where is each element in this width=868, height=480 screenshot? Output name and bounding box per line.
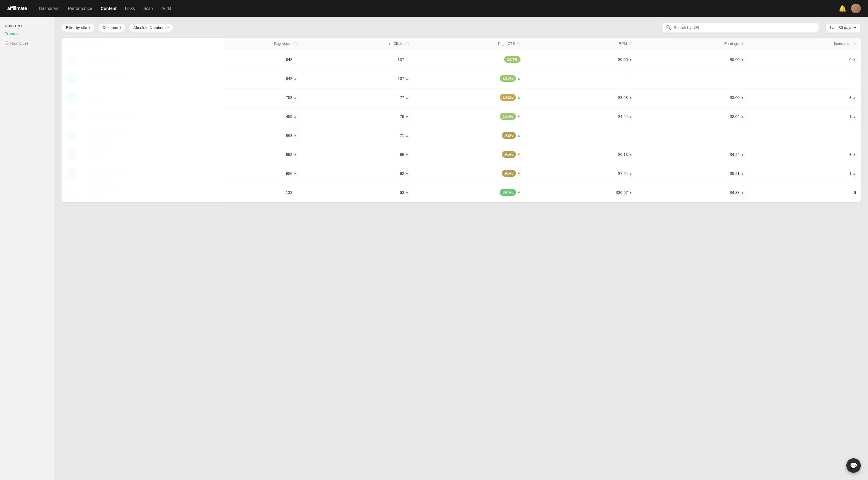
navbar: affilimate Dashboard Performance Content… [0,0,868,17]
nav-performance[interactable]: Performance [68,6,92,11]
nav-scan[interactable]: Scan [143,6,153,11]
cell-value: 459 [286,114,292,119]
trend-up-icon: ▲ [852,96,856,99]
logo[interactable]: affilimate [7,6,27,11]
sidebar-item-trends[interactable]: Trends [5,31,49,36]
search-input[interactable] [674,25,815,30]
toolbar: Filter by site ▾ Columns ▾ Absolute Numb… [61,23,861,32]
trend-up-icon: ▲ [741,172,744,176]
clicks-cell: 137— [302,50,413,69]
trend-up-icon: ▲ [293,77,297,81]
search-box: 🔍 [662,23,819,32]
ctr-badge: 8.2% [502,132,516,139]
clicks-cell: 62▼ [302,164,413,183]
date-range-button[interactable]: Last 30 days ▾ [826,23,861,32]
clicks-cell: 76▼ [302,107,413,126]
ctr-badge: 9.5% [502,170,516,177]
ctr-cell: 39.4%▼ [413,183,525,202]
filter-by-site-button[interactable]: Filter by site ▾ [61,23,95,32]
nav-dashboard[interactable]: Dashboard [39,6,60,11]
clicks-cell: 77▲ [302,88,413,107]
cell-value: $4.44 [618,114,628,119]
cell-value: 1 [849,171,851,176]
sidebar-help-label: How to use [10,41,28,46]
nav-links-item[interactable]: Links [125,6,135,11]
cell-value: 132 [286,190,292,195]
absolute-numbers-button[interactable]: Absolute Numbers ▾ [129,23,173,32]
trend-down-icon: ▼ [852,153,856,156]
cell-value: $36.97 [616,190,628,195]
rpm-cell: - [525,126,637,145]
items-sold-cell: 1▲ [749,107,861,126]
cell-value: 642 [286,57,292,62]
cell-value: 52 [400,190,404,195]
cell-value: 137 [398,57,404,62]
col-earnings[interactable]: Earnings ⓘ [637,38,749,50]
earnings-cell: - [637,69,749,88]
page-wrapper: CONTENT Trends ⓘ How to use Filter by si… [0,17,868,480]
ctr-cell: 16.6%▼ [413,107,525,126]
trend-up-icon: ▲ [852,172,856,176]
chat-bubble[interactable]: 💬 [846,458,861,473]
items-sold-cell: - [749,126,861,145]
help-icon: ⓘ [5,41,8,46]
cell-value: 656 [286,171,292,176]
col-rpm[interactable]: RPM ⓘ [525,38,637,50]
trend-down-icon: ▼ [741,153,744,156]
col-page-ctr[interactable]: Page CTR ⓘ [413,38,525,50]
sidebar-section-title: CONTENT [5,24,49,28]
trend-up-icon: ▲ [293,96,297,99]
col-items-sold[interactable]: Items sold ⓘ [749,38,861,50]
earnings-cell: $5.21▲ [637,164,749,183]
col-clicks[interactable]: ▼ Clicks ⓘ [302,38,413,50]
avatar-image [851,4,861,13]
rpm-cell: $4.44▲ [525,107,637,126]
clicks-info-icon: ⓘ [405,42,409,46]
ctr-cell: 8.2%▲ [413,126,525,145]
cell-value: - [743,76,744,81]
ctr-cell: 21.3% [413,50,525,69]
columns-button[interactable]: Columns ▾ [98,23,126,32]
cell-value: - [855,76,856,81]
cell-value: $2.04 [730,114,740,119]
nav-content[interactable]: Content [101,6,117,11]
ctr-badge: 9.5% [502,151,516,158]
ctr-trend-icon: ▼ [517,115,521,118]
cell-value: 71 [400,133,404,138]
items-sold-cell: 0▼ [749,50,861,69]
date-chevron-icon: ▾ [854,25,856,30]
cell-value: $4.24 [730,152,740,157]
pageviews-info-icon: ⓘ [293,42,297,46]
trend-up-icon: ▲ [629,115,632,119]
cell-value: $4.88 [730,190,740,195]
clicks-cell: 66▼ [302,145,413,164]
cell-value: $5.21 [730,171,740,176]
earnings-cell: $4.88▼ [637,183,749,202]
nav-audit[interactable]: Audit [161,6,171,11]
ctr-badge: 21.3% [504,56,521,63]
clicks-cell: 52▼ [302,183,413,202]
items-sold-cell: 3▼ [749,145,861,164]
trend-neutral-icon: — [293,191,297,194]
numbers-chevron-icon: ▾ [167,26,169,29]
cell-value: 62 [400,171,404,176]
earnings-cell: $4.24▼ [637,145,749,164]
trend-down-icon: ▼ [293,153,297,156]
cell-value: 76 [400,114,404,119]
earnings-cell: - [637,126,749,145]
date-range-label: Last 30 days [830,25,852,30]
trend-down-icon: ▼ [293,134,297,138]
rpm-cell: $36.97▼ [525,183,637,202]
nav-links: Dashboard Performance Content Links Scan… [39,6,839,11]
chat-icon: 💬 [850,462,858,469]
trend-down-icon: ▼ [629,153,632,156]
cell-value: 692 [286,152,292,157]
earnings-cell: $0.00▼ [637,50,749,69]
bell-icon[interactable]: 🔔 [839,5,846,12]
trend-up-icon: ▲ [629,172,632,176]
search-icon: 🔍 [666,25,671,30]
avatar[interactable] [851,4,861,13]
items-sold-cell: 6 [749,183,861,202]
sidebar-help[interactable]: ⓘ How to use [5,41,49,46]
cell-value: 1 [849,114,851,119]
